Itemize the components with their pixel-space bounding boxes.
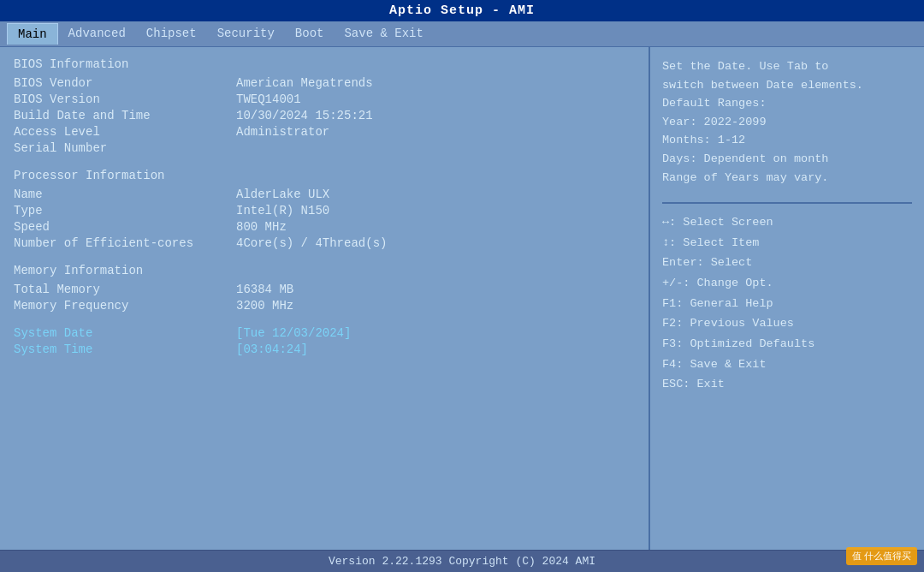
bios-vendor-row: BIOS Vendor American Megatrends [14, 76, 635, 90]
bios-build-label: Build Date and Time [14, 109, 236, 122]
bios-serial-label: Serial Number [14, 141, 236, 155]
nav-item-main[interactable]: Main [7, 23, 58, 45]
system-date-label: System Date [14, 326, 236, 340]
title-text: Aptio Setup - AMI [389, 3, 535, 18]
proc-cores-value: 4Core(s) / 4Thread(s) [236, 236, 387, 250]
bios-container: Aptio Setup - AMI Main Advanced Chipset … [0, 0, 924, 572]
nav-item-advanced[interactable]: Advanced [58, 23, 136, 45]
bios-build-row: Build Date and Time 10/30/2024 15:25:21 [14, 109, 635, 122]
bios-info-header: BIOS Information [14, 57, 635, 71]
proc-speed-value: 800 MHz [236, 220, 287, 234]
key-f3: F3: Optimized Defaults [662, 334, 912, 355]
proc-cores-label: Number of Efficient-cores [14, 236, 236, 250]
nav-item-security[interactable]: Security [207, 23, 285, 45]
proc-speed-row: Speed 800 MHz [14, 220, 635, 234]
bios-access-value: Administrator [236, 125, 329, 139]
mem-freq-row: Memory Frequency 3200 MHz [14, 299, 635, 313]
left-panel: BIOS Information BIOS Vendor American Me… [0, 47, 650, 550]
bios-vendor-value: American Megatrends [236, 76, 373, 90]
proc-cores-row: Number of Efficient-cores 4Core(s) / 4Th… [14, 236, 635, 250]
main-content: BIOS Information BIOS Vendor American Me… [0, 47, 924, 550]
proc-type-value: Intel(R) N150 [236, 204, 329, 217]
proc-type-row: Type Intel(R) N150 [14, 204, 635, 217]
bios-access-row: Access Level Administrator [14, 125, 635, 139]
mem-total-value: 16384 MB [236, 283, 293, 296]
proc-name-label: Name [14, 188, 236, 201]
key-f4: F4: Save & Exit [662, 355, 912, 375]
system-time-label: System Time [14, 343, 236, 356]
key-f1: F1: General Help [662, 294, 912, 314]
mem-total-label: Total Memory [14, 283, 236, 296]
system-date-value: [Tue 12/03/2024] [236, 326, 351, 340]
proc-speed-label: Speed [14, 220, 236, 234]
proc-type-label: Type [14, 204, 236, 217]
bios-version-value: TWEQ14001 [236, 92, 301, 106]
mem-total-row: Total Memory 16384 MB [14, 283, 635, 296]
processor-info-section: Processor Information Name AlderLake ULX… [14, 169, 635, 250]
mem-freq-value: 3200 MHz [236, 299, 293, 313]
mem-freq-label: Memory Frequency [14, 299, 236, 313]
watermark: 值 什么值得买 [846, 547, 917, 565]
nav-item-save-exit[interactable]: Save & Exit [334, 23, 433, 45]
proc-name-row: Name AlderLake ULX [14, 188, 635, 201]
key-enter: Enter: Select [662, 253, 912, 273]
memory-info-section: Memory Information Total Memory 16384 MB… [14, 264, 635, 313]
key-esc: ESC: Exit [662, 374, 912, 395]
bios-serial-row: Serial Number [14, 141, 635, 155]
bios-build-value: 10/30/2024 15:25:21 [236, 109, 373, 122]
bios-version-row: BIOS Version TWEQ14001 [14, 92, 635, 106]
watermark-text: 值 什么值得买 [852, 551, 911, 561]
key-select-item: ↕: Select Item [662, 233, 912, 253]
proc-name-value: AlderLake ULX [236, 188, 329, 201]
memory-info-header: Memory Information [14, 264, 635, 277]
help-text: Set the Date. Use Tab toswitch between D… [662, 57, 912, 187]
processor-info-header: Processor Information [14, 169, 635, 182]
title-bar: Aptio Setup - AMI [0, 0, 924, 21]
key-change-opt: +/-: Change Opt. [662, 273, 912, 294]
system-time-row[interactable]: System Time [03:04:24] [14, 343, 635, 356]
nav-item-chipset[interactable]: Chipset [136, 23, 207, 45]
key-select-screen: ↔: Select Screen [662, 212, 912, 233]
footer: Version 2.22.1293 Copyright (C) 2024 AMI [0, 550, 924, 572]
bios-version-label: BIOS Version [14, 92, 236, 106]
right-panel-divider [662, 202, 912, 204]
right-panel: Set the Date. Use Tab toswitch between D… [650, 47, 924, 550]
nav-item-boot[interactable]: Boot [285, 23, 335, 45]
footer-text: Version 2.22.1293 Copyright (C) 2024 AMI [329, 555, 595, 568]
bios-access-label: Access Level [14, 125, 236, 139]
bios-vendor-label: BIOS Vendor [14, 76, 236, 90]
bios-info-section: BIOS Information BIOS Vendor American Me… [14, 57, 635, 155]
nav-bar: Main Advanced Chipset Security Boot Save… [0, 21, 924, 47]
key-f2: F2: Previous Values [662, 313, 912, 334]
system-date-row[interactable]: System Date [Tue 12/03/2024] [14, 326, 635, 340]
system-time-value: [03:04:24] [236, 343, 308, 356]
system-datetime-section: System Date [Tue 12/03/2024] System Time… [14, 326, 635, 356]
key-help: ↔: Select Screen ↕: Select Item Enter: S… [662, 212, 912, 395]
